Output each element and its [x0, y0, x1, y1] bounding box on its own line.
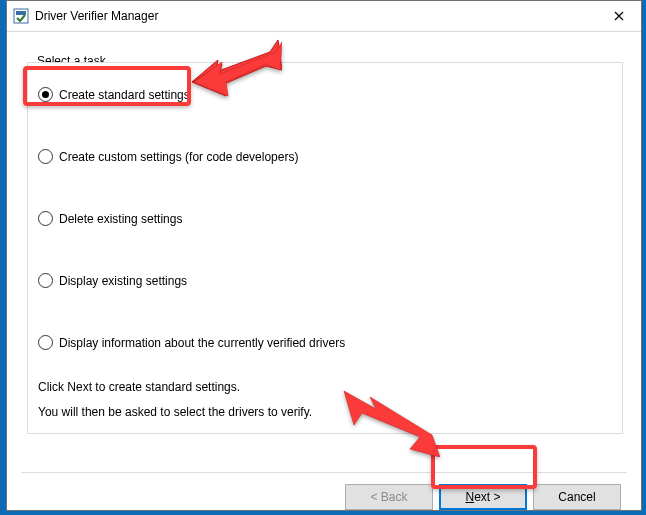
radio-label: Display existing settings — [59, 274, 187, 288]
window-title: Driver Verifier Manager — [35, 9, 596, 23]
radio-icon — [38, 335, 53, 350]
next-button[interactable]: Next > — [439, 484, 527, 510]
radio-delete-existing[interactable]: Delete existing settings — [38, 211, 182, 226]
radio-label: Display information about the currently … — [59, 336, 345, 350]
radio-icon — [38, 273, 53, 288]
title-bar: Driver Verifier Manager — [7, 1, 641, 32]
instruction-line-1: Click Next to create standard settings. — [38, 380, 240, 394]
footer-separator — [21, 472, 627, 473]
back-button: < Back — [345, 484, 433, 510]
radio-label: Create custom settings (for code develop… — [59, 150, 298, 164]
client-area: Select a task Create standard settings C… — [7, 32, 641, 510]
radio-icon — [38, 211, 53, 226]
cancel-button[interactable]: Cancel — [533, 484, 621, 510]
radio-icon — [38, 149, 53, 164]
radio-create-custom[interactable]: Create custom settings (for code develop… — [38, 149, 298, 164]
back-label: < Back — [370, 490, 407, 504]
radio-icon — [38, 87, 53, 102]
instruction-line-2: You will then be asked to select the dri… — [38, 405, 312, 419]
radio-display-info[interactable]: Display information about the currently … — [38, 335, 345, 350]
dialog-window: Driver Verifier Manager Select a task Cr… — [6, 0, 642, 511]
task-panel: Create standard settings Create custom s… — [27, 62, 623, 434]
app-icon — [13, 8, 29, 24]
radio-label: Delete existing settings — [59, 212, 182, 226]
next-label: Next > — [465, 490, 500, 504]
svg-rect-1 — [16, 11, 26, 15]
cancel-label: Cancel — [558, 490, 595, 504]
radio-create-standard[interactable]: Create standard settings — [38, 87, 190, 102]
radio-label: Create standard settings — [59, 88, 190, 102]
wizard-buttons: < Back Next > Cancel — [345, 484, 621, 510]
radio-display-existing[interactable]: Display existing settings — [38, 273, 187, 288]
close-button[interactable] — [596, 1, 641, 31]
